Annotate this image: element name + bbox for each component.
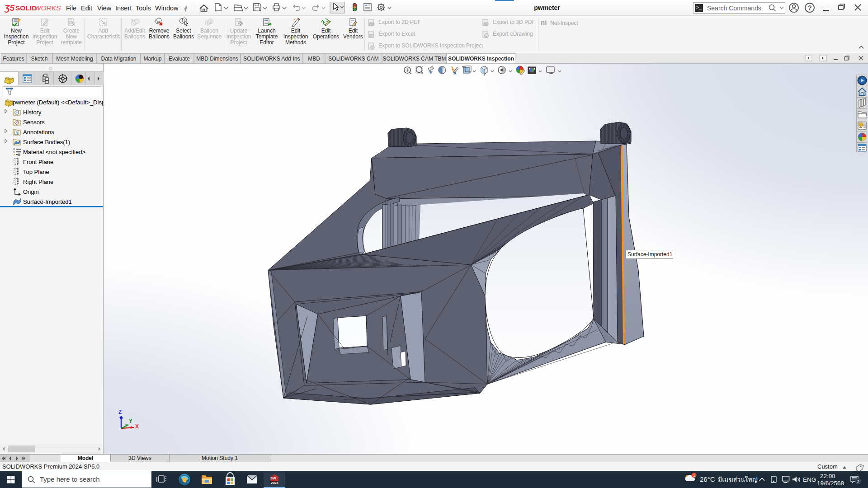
svg-text:26°C: 26°C xyxy=(700,475,715,483)
svg-text:Y: Y xyxy=(129,418,132,424)
svg-text:WORKS: WORKS xyxy=(34,4,61,12)
svg-text:PDF: PDF xyxy=(370,23,375,25)
svg-text:ENG: ENG xyxy=(803,476,816,483)
svg-text:Ʒ5: Ʒ5 xyxy=(5,3,15,13)
svg-text:3D: 3D xyxy=(484,23,487,25)
svg-text:Origin: Origin xyxy=(23,188,39,195)
svg-text:1: 1 xyxy=(207,22,208,25)
svg-text:2024: 2024 xyxy=(271,481,279,485)
svg-text:pwmeter (Default) <<Default>_D: pwmeter (Default) <<Default>_Display xyxy=(13,99,103,106)
svg-text:Surface Bodies(1): Surface Bodies(1) xyxy=(23,139,70,145)
svg-text:Front Plane: Front Plane xyxy=(23,159,53,165)
svg-text:Sensors: Sensors xyxy=(23,119,45,126)
svg-text:?: ? xyxy=(808,4,812,11)
svg-text:Top Plane: Top Plane xyxy=(23,169,49,175)
svg-text:2: 2 xyxy=(857,479,859,484)
svg-text:A: A xyxy=(15,131,18,135)
svg-text:19/6/2568: 19/6/2568 xyxy=(817,480,844,487)
svg-text:2: 2 xyxy=(210,20,212,23)
svg-text:History: History xyxy=(23,109,42,116)
svg-text:Z: Z xyxy=(118,409,122,415)
svg-text:Right Plane: Right Plane xyxy=(23,178,53,185)
svg-text:มีเมฆส่วนใหญ่: มีเมฆส่วนใหญ่ xyxy=(718,476,758,483)
svg-text:X: X xyxy=(370,34,372,37)
svg-text:1: 1 xyxy=(181,19,183,23)
svg-text:Material <not specified>: Material <not specified> xyxy=(23,149,85,155)
svg-text:22:08: 22:08 xyxy=(820,473,835,479)
svg-text:SOLID: SOLID xyxy=(15,4,37,12)
svg-text:1: 1 xyxy=(693,473,695,478)
svg-text:Annotations: Annotations xyxy=(23,129,54,136)
svg-text:SW: SW xyxy=(270,476,276,480)
svg-text:Surface-Imported1: Surface-Imported1 xyxy=(23,198,72,205)
svg-text:X: X xyxy=(135,423,139,430)
svg-text:A: A xyxy=(453,71,457,75)
